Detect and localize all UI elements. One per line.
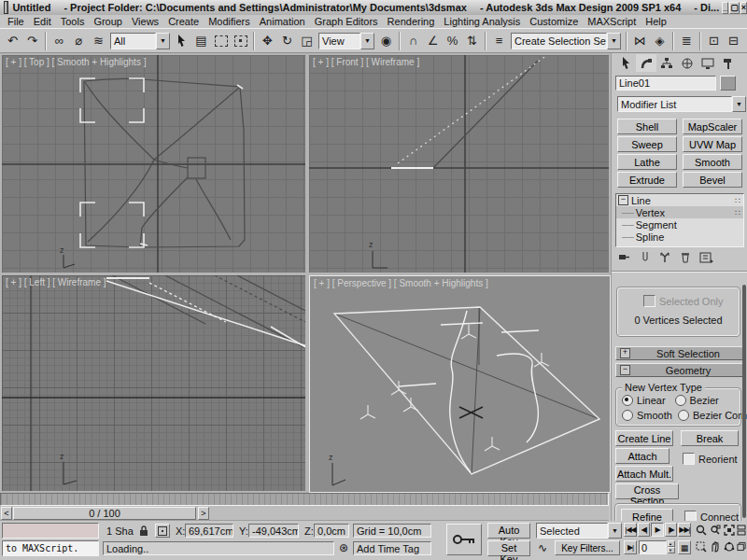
viewport-top-label[interactable]: [ + ] [ Top ] [ Smooth + Highlights ]	[6, 57, 146, 67]
region-zoom-icon[interactable]	[695, 539, 708, 553]
modifier-button-smooth[interactable]: Smooth	[683, 154, 742, 170]
absolute-offset-mode-icon[interactable]	[155, 524, 170, 538]
tab-create[interactable]	[615, 54, 636, 72]
auto-key-button[interactable]: Auto Key	[487, 523, 530, 539]
pan-hand-icon[interactable]	[709, 539, 722, 553]
current-frame-field[interactable]: 0	[639, 540, 667, 554]
keyboard-shortcut-override-key-icon[interactable]	[446, 524, 482, 555]
pin-stack-icon[interactable]	[617, 251, 630, 264]
collapse-icon[interactable]: −	[620, 365, 630, 375]
radio-bezier-corner[interactable]	[678, 410, 689, 421]
select-and-move-icon[interactable]: ✥	[258, 31, 277, 50]
snap-toggle-icon[interactable]: ∩	[403, 31, 423, 50]
modifier-button-extrude[interactable]: Extrude	[617, 172, 677, 188]
menu-graph-editors[interactable]: Graph Editors	[310, 16, 383, 27]
set-key-button[interactable]: Set Key	[487, 540, 530, 556]
menu-file[interactable]: File	[3, 16, 29, 27]
radio-bezier[interactable]	[675, 395, 686, 406]
viewport-perspective-label[interactable]: [ + ] [ Perspective ] [ Smooth + Highlig…	[314, 278, 488, 288]
time-configuration-icon[interactable]: ▦	[678, 540, 691, 554]
bind-to-spacewarp-icon[interactable]: ≋	[89, 31, 108, 50]
tab-utilities[interactable]	[718, 54, 739, 72]
stack-item-vertex-selected[interactable]: ── Vertex ∷	[616, 206, 743, 218]
key-filter-selection-dropdown[interactable]: Selected ▼	[536, 523, 622, 539]
zoom-extents-all-icon[interactable]	[737, 523, 746, 537]
radio-linear[interactable]	[622, 395, 633, 406]
close-button[interactable]: ×	[740, 2, 747, 14]
tab-motion[interactable]	[677, 54, 698, 72]
selection-filter-dropdown[interactable]: All ▼	[110, 33, 170, 49]
zoom-all-icon[interactable]	[709, 523, 722, 537]
select-by-name-icon[interactable]: ▤	[191, 31, 211, 50]
chevron-down-icon[interactable]: ▼	[607, 33, 621, 49]
cross-section-button[interactable]: Cross Section	[615, 483, 679, 499]
viewport-top[interactable]: z [ + ] [ Top ] [ Smooth + Highlights ]	[2, 55, 305, 273]
spinner-up-icon[interactable]: ▲	[668, 540, 675, 547]
unlink-selection-icon[interactable]: ⌀	[69, 31, 89, 50]
menu-rendering[interactable]: Rendering	[383, 16, 440, 27]
title-bar[interactable]: Untitled - Project Folder: C:\Documents …	[0, 0, 747, 15]
menu-animation[interactable]: Animation	[255, 16, 310, 27]
time-slider-prev-button[interactable]: <	[1, 507, 12, 520]
maxscript-listener-line[interactable]: to MAXScript.	[2, 540, 99, 556]
layer-manager-icon[interactable]: ≣	[677, 31, 697, 50]
minimize-button[interactable]: _	[722, 2, 728, 14]
chevron-down-icon[interactable]: ▼	[360, 33, 374, 49]
attach-button[interactable]: Attach	[615, 448, 669, 464]
viewport-front[interactable]: z [ + ] [ Front ] [ Wireframe ]	[309, 55, 609, 273]
spinner-snap-icon[interactable]: ⇅	[462, 31, 482, 50]
object-name-field[interactable]: Line01	[615, 76, 716, 91]
modifier-button-lathe[interactable]: Lathe	[617, 154, 677, 170]
expand-icon[interactable]: +	[620, 348, 630, 358]
edit-named-selection-sets-icon[interactable]: ≡	[489, 31, 509, 50]
key-filters-button[interactable]: Key Filters...	[555, 540, 620, 555]
viewport-left[interactable]: z [ + ] [ Left ] [ Wireframe ]	[2, 275, 305, 491]
zoom-icon[interactable]	[695, 523, 708, 537]
tab-hierarchy[interactable]	[656, 54, 677, 72]
redo-icon[interactable]: ↷	[22, 31, 42, 50]
menu-group[interactable]: Group	[89, 16, 127, 27]
isolate-selection-icon[interactable]: ⊛	[336, 540, 351, 555]
tree-collapse-icon[interactable]: −	[618, 195, 628, 205]
checkbox-icon[interactable]	[643, 295, 655, 307]
window-crossing-icon[interactable]	[231, 31, 250, 50]
use-pivot-center-icon[interactable]: ◉	[376, 31, 396, 50]
material-editor-icon[interactable]: ∷	[743, 31, 747, 50]
modifier-list-dropdown[interactable]: Modifier List ▼	[617, 96, 746, 112]
x-coordinate-field[interactable]: 69,617cm	[185, 524, 233, 538]
menu-lighting-analysis[interactable]: Lighting Analysis	[439, 16, 525, 27]
chevron-down-icon[interactable]: ▼	[608, 523, 622, 539]
time-slider-next-button[interactable]: >	[198, 507, 209, 520]
modifier-button-mapscaler[interactable]: MapScaler	[683, 119, 742, 134]
z-coordinate-field[interactable]: 0,0cm	[314, 524, 349, 538]
chevron-down-icon[interactable]: ▼	[156, 33, 170, 49]
stack-item-segment[interactable]: ── Segment	[616, 218, 743, 231]
modifier-button-sweep[interactable]: Sweep	[617, 136, 677, 152]
named-selection-set-dropdown[interactable]: Create Selection Set ▼	[511, 33, 621, 49]
schematic-view-icon[interactable]: ⊟	[724, 31, 743, 50]
previous-frame-button[interactable]: ◀|	[638, 523, 650, 537]
maximize-button[interactable]: ▢	[729, 2, 740, 14]
select-and-scale-icon[interactable]: ◲	[297, 31, 317, 50]
maximize-viewport-toggle-icon[interactable]	[737, 539, 746, 553]
remove-modifier-icon[interactable]	[679, 251, 692, 264]
key-mode-toggle-button[interactable]: ▶|	[624, 540, 637, 554]
select-object-icon[interactable]	[172, 31, 191, 50]
modifier-button-shell[interactable]: Shell	[617, 119, 677, 134]
frame-spinner[interactable]: ▲ ▼	[668, 540, 675, 554]
show-end-result-icon[interactable]	[638, 251, 651, 264]
configure-modifier-sets-icon[interactable]	[699, 251, 714, 264]
next-frame-button[interactable]: |▶	[665, 523, 677, 537]
menu-modifiers[interactable]: Modifiers	[204, 16, 255, 27]
attach-mult-button[interactable]: Attach Mult.	[615, 466, 673, 482]
menu-maxscript[interactable]: MAXScript	[583, 16, 641, 27]
reorient-checkbox-row[interactable]: Reorient	[683, 453, 738, 465]
arc-rotate-icon[interactable]	[723, 539, 736, 553]
menu-tools[interactable]: Tools	[56, 16, 90, 27]
y-coordinate-field[interactable]: -49,043cm	[248, 524, 299, 538]
break-button[interactable]: Break	[681, 430, 739, 446]
go-to-end-button[interactable]: ▶▶|	[678, 523, 691, 537]
make-unique-icon[interactable]	[658, 251, 671, 264]
undo-icon[interactable]: ↶	[3, 31, 22, 50]
radio-smooth[interactable]	[622, 410, 633, 421]
